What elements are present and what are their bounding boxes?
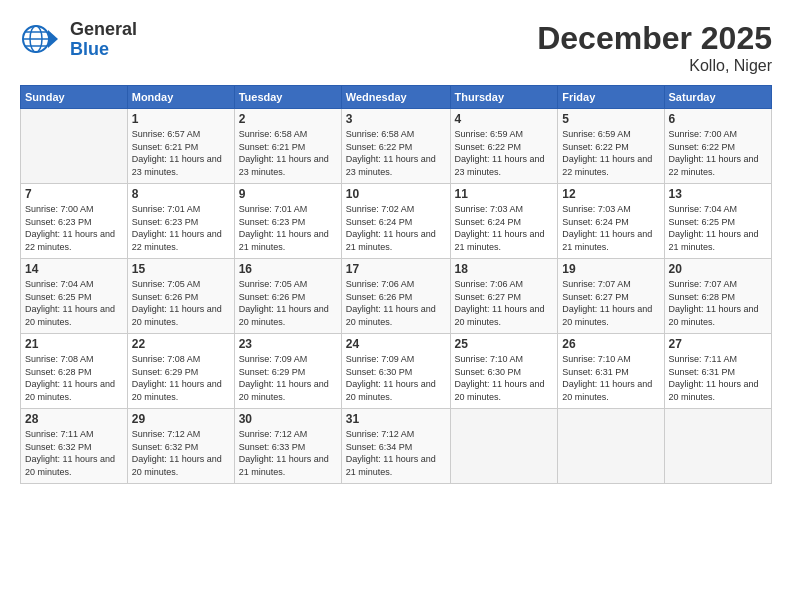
calendar-cell: 16 Sunrise: 7:05 AMSunset: 6:26 PMDaylig… — [234, 259, 341, 334]
calendar-cell: 13 Sunrise: 7:04 AMSunset: 6:25 PMDaylig… — [664, 184, 771, 259]
day-number: 14 — [25, 262, 123, 276]
calendar-cell: 19 Sunrise: 7:07 AMSunset: 6:27 PMDaylig… — [558, 259, 664, 334]
calendar-cell — [21, 109, 128, 184]
logo-blue: Blue — [70, 40, 137, 60]
col-wednesday: Wednesday — [341, 86, 450, 109]
location: Kollo, Niger — [537, 57, 772, 75]
calendar-cell: 27 Sunrise: 7:11 AMSunset: 6:31 PMDaylig… — [664, 334, 771, 409]
day-info: Sunrise: 7:07 AMSunset: 6:27 PMDaylight:… — [562, 278, 659, 328]
calendar-week-2: 7 Sunrise: 7:00 AMSunset: 6:23 PMDayligh… — [21, 184, 772, 259]
calendar-cell: 4 Sunrise: 6:59 AMSunset: 6:22 PMDayligh… — [450, 109, 558, 184]
day-number: 1 — [132, 112, 230, 126]
day-number: 29 — [132, 412, 230, 426]
day-number: 18 — [455, 262, 554, 276]
day-info: Sunrise: 7:00 AMSunset: 6:23 PMDaylight:… — [25, 203, 123, 253]
day-info: Sunrise: 7:03 AMSunset: 6:24 PMDaylight:… — [562, 203, 659, 253]
day-info: Sunrise: 7:02 AMSunset: 6:24 PMDaylight:… — [346, 203, 446, 253]
day-number: 17 — [346, 262, 446, 276]
logo: General Blue — [20, 20, 137, 60]
day-number: 27 — [669, 337, 767, 351]
day-number: 26 — [562, 337, 659, 351]
calendar-cell: 28 Sunrise: 7:11 AMSunset: 6:32 PMDaylig… — [21, 409, 128, 484]
calendar-cell: 6 Sunrise: 7:00 AMSunset: 6:22 PMDayligh… — [664, 109, 771, 184]
day-number: 4 — [455, 112, 554, 126]
day-info: Sunrise: 7:01 AMSunset: 6:23 PMDaylight:… — [239, 203, 337, 253]
day-number: 21 — [25, 337, 123, 351]
calendar-week-1: 1 Sunrise: 6:57 AMSunset: 6:21 PMDayligh… — [21, 109, 772, 184]
calendar-cell: 7 Sunrise: 7:00 AMSunset: 6:23 PMDayligh… — [21, 184, 128, 259]
calendar-cell: 31 Sunrise: 7:12 AMSunset: 6:34 PMDaylig… — [341, 409, 450, 484]
month-title: December 2025 — [537, 20, 772, 57]
day-info: Sunrise: 7:11 AMSunset: 6:32 PMDaylight:… — [25, 428, 123, 478]
calendar-cell: 3 Sunrise: 6:58 AMSunset: 6:22 PMDayligh… — [341, 109, 450, 184]
calendar-cell — [664, 409, 771, 484]
day-info: Sunrise: 7:11 AMSunset: 6:31 PMDaylight:… — [669, 353, 767, 403]
day-info: Sunrise: 7:06 AMSunset: 6:27 PMDaylight:… — [455, 278, 554, 328]
calendar-cell: 25 Sunrise: 7:10 AMSunset: 6:30 PMDaylig… — [450, 334, 558, 409]
logo-general: General — [70, 20, 137, 40]
day-info: Sunrise: 6:59 AMSunset: 6:22 PMDaylight:… — [562, 128, 659, 178]
calendar-cell — [450, 409, 558, 484]
day-number: 6 — [669, 112, 767, 126]
col-thursday: Thursday — [450, 86, 558, 109]
calendar-cell: 1 Sunrise: 6:57 AMSunset: 6:21 PMDayligh… — [127, 109, 234, 184]
calendar-cell: 22 Sunrise: 7:08 AMSunset: 6:29 PMDaylig… — [127, 334, 234, 409]
calendar-cell: 18 Sunrise: 7:06 AMSunset: 6:27 PMDaylig… — [450, 259, 558, 334]
day-number: 24 — [346, 337, 446, 351]
day-number: 13 — [669, 187, 767, 201]
logo-text: General Blue — [70, 20, 137, 60]
day-info: Sunrise: 6:58 AMSunset: 6:22 PMDaylight:… — [346, 128, 446, 178]
day-number: 15 — [132, 262, 230, 276]
day-number: 8 — [132, 187, 230, 201]
calendar-cell: 14 Sunrise: 7:04 AMSunset: 6:25 PMDaylig… — [21, 259, 128, 334]
col-friday: Friday — [558, 86, 664, 109]
svg-marker-5 — [48, 30, 58, 48]
calendar-week-4: 21 Sunrise: 7:08 AMSunset: 6:28 PMDaylig… — [21, 334, 772, 409]
day-info: Sunrise: 7:07 AMSunset: 6:28 PMDaylight:… — [669, 278, 767, 328]
day-number: 28 — [25, 412, 123, 426]
calendar-cell: 23 Sunrise: 7:09 AMSunset: 6:29 PMDaylig… — [234, 334, 341, 409]
calendar-cell: 10 Sunrise: 7:02 AMSunset: 6:24 PMDaylig… — [341, 184, 450, 259]
day-info: Sunrise: 7:12 AMSunset: 6:33 PMDaylight:… — [239, 428, 337, 478]
calendar-cell: 5 Sunrise: 6:59 AMSunset: 6:22 PMDayligh… — [558, 109, 664, 184]
calendar-week-5: 28 Sunrise: 7:11 AMSunset: 6:32 PMDaylig… — [21, 409, 772, 484]
day-number: 5 — [562, 112, 659, 126]
calendar-week-3: 14 Sunrise: 7:04 AMSunset: 6:25 PMDaylig… — [21, 259, 772, 334]
day-info: Sunrise: 7:09 AMSunset: 6:29 PMDaylight:… — [239, 353, 337, 403]
calendar-cell — [558, 409, 664, 484]
col-sunday: Sunday — [21, 86, 128, 109]
calendar-cell: 11 Sunrise: 7:03 AMSunset: 6:24 PMDaylig… — [450, 184, 558, 259]
calendar-cell: 17 Sunrise: 7:06 AMSunset: 6:26 PMDaylig… — [341, 259, 450, 334]
day-info: Sunrise: 7:09 AMSunset: 6:30 PMDaylight:… — [346, 353, 446, 403]
calendar-cell: 24 Sunrise: 7:09 AMSunset: 6:30 PMDaylig… — [341, 334, 450, 409]
calendar-cell: 15 Sunrise: 7:05 AMSunset: 6:26 PMDaylig… — [127, 259, 234, 334]
day-info: Sunrise: 7:12 AMSunset: 6:32 PMDaylight:… — [132, 428, 230, 478]
day-info: Sunrise: 6:59 AMSunset: 6:22 PMDaylight:… — [455, 128, 554, 178]
day-info: Sunrise: 7:01 AMSunset: 6:23 PMDaylight:… — [132, 203, 230, 253]
day-number: 3 — [346, 112, 446, 126]
day-info: Sunrise: 7:08 AMSunset: 6:28 PMDaylight:… — [25, 353, 123, 403]
day-info: Sunrise: 7:04 AMSunset: 6:25 PMDaylight:… — [669, 203, 767, 253]
day-number: 19 — [562, 262, 659, 276]
day-number: 20 — [669, 262, 767, 276]
day-info: Sunrise: 6:58 AMSunset: 6:21 PMDaylight:… — [239, 128, 337, 178]
calendar-cell: 20 Sunrise: 7:07 AMSunset: 6:28 PMDaylig… — [664, 259, 771, 334]
day-info: Sunrise: 7:04 AMSunset: 6:25 PMDaylight:… — [25, 278, 123, 328]
title-area: December 2025 Kollo, Niger — [537, 20, 772, 75]
calendar-cell: 21 Sunrise: 7:08 AMSunset: 6:28 PMDaylig… — [21, 334, 128, 409]
calendar-cell: 30 Sunrise: 7:12 AMSunset: 6:33 PMDaylig… — [234, 409, 341, 484]
day-number: 9 — [239, 187, 337, 201]
day-number: 11 — [455, 187, 554, 201]
calendar-cell: 26 Sunrise: 7:10 AMSunset: 6:31 PMDaylig… — [558, 334, 664, 409]
calendar-cell: 2 Sunrise: 6:58 AMSunset: 6:21 PMDayligh… — [234, 109, 341, 184]
day-info: Sunrise: 7:06 AMSunset: 6:26 PMDaylight:… — [346, 278, 446, 328]
day-number: 2 — [239, 112, 337, 126]
day-number: 7 — [25, 187, 123, 201]
day-info: Sunrise: 7:00 AMSunset: 6:22 PMDaylight:… — [669, 128, 767, 178]
day-number: 16 — [239, 262, 337, 276]
day-info: Sunrise: 7:12 AMSunset: 6:34 PMDaylight:… — [346, 428, 446, 478]
day-info: Sunrise: 7:05 AMSunset: 6:26 PMDaylight:… — [239, 278, 337, 328]
day-info: Sunrise: 7:10 AMSunset: 6:31 PMDaylight:… — [562, 353, 659, 403]
day-number: 12 — [562, 187, 659, 201]
day-info: Sunrise: 7:08 AMSunset: 6:29 PMDaylight:… — [132, 353, 230, 403]
